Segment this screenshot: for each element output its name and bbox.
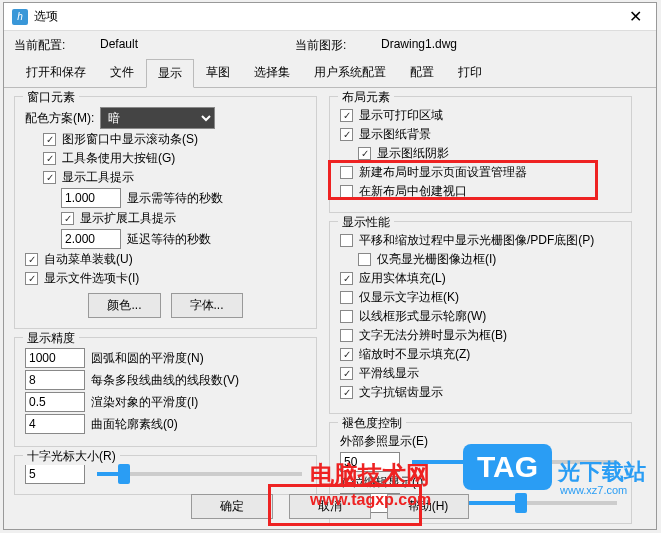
label-scrollbars: 图形窗口中显示滚动条(S)	[62, 131, 198, 148]
checkbox-no-fill-zoom[interactable]	[340, 348, 353, 361]
label-surf: 曲面轮廓素线(0)	[91, 416, 178, 433]
checkbox-paper-shadow[interactable]	[358, 147, 371, 160]
group-title: 十字光标大小(R)	[23, 448, 120, 465]
label-file-tabs: 显示文件选项卡(I)	[44, 270, 139, 287]
label-arc: 圆弧和圆的平滑度(N)	[91, 350, 204, 367]
label-printable: 显示可打印区域	[359, 107, 443, 124]
button-font[interactable]: 字体...	[171, 293, 243, 318]
watermark-gxurl: www.xz7.com	[560, 484, 627, 496]
titlebar: h 选项 ✕	[4, 3, 656, 31]
checkbox-printable[interactable]	[340, 109, 353, 122]
label-highlight-border: 仅亮显光栅图像边框(I)	[377, 251, 496, 268]
label-antialias: 文字抗锯齿显示	[359, 384, 443, 401]
color-scheme-select[interactable]: 暗	[100, 107, 215, 129]
group-display-precision: 显示精度 圆弧和圆的平滑度(N) 每条多段线曲线的线段数(V) 渲染对象的平滑度…	[14, 337, 317, 447]
group-crosshair: 十字光标大小(R)	[14, 455, 317, 495]
group-title: 显示性能	[338, 214, 394, 231]
current-config-value: Default	[100, 37, 295, 54]
tab-display[interactable]: 显示	[146, 59, 194, 88]
group-window-elements: 窗口元素 配色方案(M): 暗 图形窗口中显示滚动条(S) 工具条使用大按钮(G…	[14, 96, 317, 329]
group-layout-elements: 布局元素 显示可打印区域 显示图纸背景 显示图纸阴影 新建布局时显示页面设置管理…	[329, 96, 632, 213]
label-solid-fill: 应用实体填充(L)	[359, 270, 446, 287]
close-icon[interactable]: ✕	[623, 7, 648, 26]
tab-select[interactable]: 选择集	[242, 58, 302, 87]
tab-config[interactable]: 配置	[398, 58, 446, 87]
input-render[interactable]	[25, 392, 85, 412]
checkbox-auto-menu[interactable]	[25, 253, 38, 266]
checkbox-illegible[interactable]	[340, 329, 353, 342]
config-info: 当前配置: Default 当前图形: Drawing1.dwg	[4, 31, 656, 58]
checkbox-text-border[interactable]	[340, 291, 353, 304]
tab-user-sys[interactable]: 用户系统配置	[302, 58, 398, 87]
label-create-viewport: 在新布局中创建视口	[359, 183, 467, 200]
input-poly[interactable]	[25, 370, 85, 390]
label-raster: 平移和缩放过程中显示光栅图像/PDF底图(P)	[359, 232, 594, 249]
group-title: 窗口元素	[23, 89, 79, 106]
group-title: 布局元素	[338, 89, 394, 106]
watermark-url: www.tagxp.com	[310, 491, 431, 509]
label-render: 渲染对象的平滑度(I)	[91, 394, 198, 411]
checkbox-new-layout-psetup[interactable]	[340, 166, 353, 179]
watermark-tag: TAG	[463, 444, 552, 490]
checkbox-solid-fill[interactable]	[340, 272, 353, 285]
tab-print[interactable]: 打印	[446, 58, 494, 87]
color-scheme-row: 配色方案(M): 暗	[25, 107, 306, 129]
label-paper-shadow: 显示图纸阴影	[377, 145, 449, 162]
label-smooth-line: 平滑线显示	[359, 365, 419, 382]
label-tooltip-seconds: 显示需等待的秒数	[127, 190, 223, 207]
checkbox-ext-tooltips[interactable]	[61, 212, 74, 225]
checkbox-wireframe[interactable]	[340, 310, 353, 323]
current-config-label: 当前配置:	[14, 37, 100, 54]
group-title: 显示精度	[23, 330, 79, 347]
label-wireframe: 以线框形式显示轮廓(W)	[359, 308, 486, 325]
checkbox-large-buttons[interactable]	[43, 152, 56, 165]
app-icon: h	[12, 9, 28, 25]
label-paper-bg: 显示图纸背景	[359, 126, 431, 143]
label-tooltips: 显示工具提示	[62, 169, 134, 186]
tab-strip: 打开和保存 文件 显示 草图 选择集 用户系统配置 配置 打印	[4, 58, 656, 88]
label-poly: 每条多段线曲线的线段数(V)	[91, 372, 239, 389]
left-column: 窗口元素 配色方案(M): 暗 图形窗口中显示滚动条(S) 工具条使用大按钮(G…	[14, 96, 317, 532]
slider-crosshair[interactable]	[97, 472, 302, 476]
label-large-buttons: 工具条使用大按钮(G)	[62, 150, 175, 167]
label-auto-menu: 自动菜单装载(U)	[44, 251, 133, 268]
options-dialog: h 选项 ✕ 当前配置: Default 当前图形: Drawing1.dwg …	[3, 2, 657, 530]
label-xref: 外部参照显示(E)	[340, 433, 428, 450]
checkbox-paper-bg[interactable]	[340, 128, 353, 141]
checkbox-highlight-border[interactable]	[358, 253, 371, 266]
input-tooltip-seconds[interactable]	[61, 188, 121, 208]
button-color[interactable]: 颜色...	[88, 293, 160, 318]
tab-draft[interactable]: 草图	[194, 58, 242, 87]
window-title: 选项	[34, 8, 623, 25]
input-arc[interactable]	[25, 348, 85, 368]
checkbox-raster[interactable]	[340, 234, 353, 247]
checkbox-tooltips[interactable]	[43, 171, 56, 184]
input-ext-seconds[interactable]	[61, 229, 121, 249]
button-ok[interactable]: 确定	[191, 494, 273, 519]
checkbox-smooth-line[interactable]	[340, 367, 353, 380]
group-display-performance: 显示性能 平移和缩放过程中显示光栅图像/PDF底图(P) 仅亮显光栅图像边框(I…	[329, 221, 632, 414]
label-illegible: 文字无法分辨时显示为框(B)	[359, 327, 507, 344]
watermark-site: 电脑技术网	[310, 459, 430, 491]
color-scheme-label: 配色方案(M):	[25, 110, 94, 127]
current-drawing-label: 当前图形:	[295, 37, 381, 54]
current-drawing-value: Drawing1.dwg	[381, 37, 576, 54]
label-no-fill-zoom: 缩放时不显示填充(Z)	[359, 346, 470, 363]
label-ext-tooltips: 显示扩展工具提示	[80, 210, 176, 227]
label-new-layout-psetup: 新建布局时显示页面设置管理器	[359, 164, 527, 181]
label-ext-seconds: 延迟等待的秒数	[127, 231, 211, 248]
tab-file[interactable]: 文件	[98, 58, 146, 87]
input-surf[interactable]	[25, 414, 85, 434]
tab-open-save[interactable]: 打开和保存	[14, 58, 98, 87]
watermark-gx: 光下载站	[558, 457, 646, 487]
checkbox-scrollbars[interactable]	[43, 133, 56, 146]
checkbox-create-viewport[interactable]	[340, 185, 353, 198]
group-title: 褪色度控制	[338, 415, 406, 432]
input-crosshair[interactable]	[25, 464, 85, 484]
checkbox-antialias[interactable]	[340, 386, 353, 399]
label-text-border: 仅显示文字边框(K)	[359, 289, 459, 306]
checkbox-file-tabs[interactable]	[25, 272, 38, 285]
